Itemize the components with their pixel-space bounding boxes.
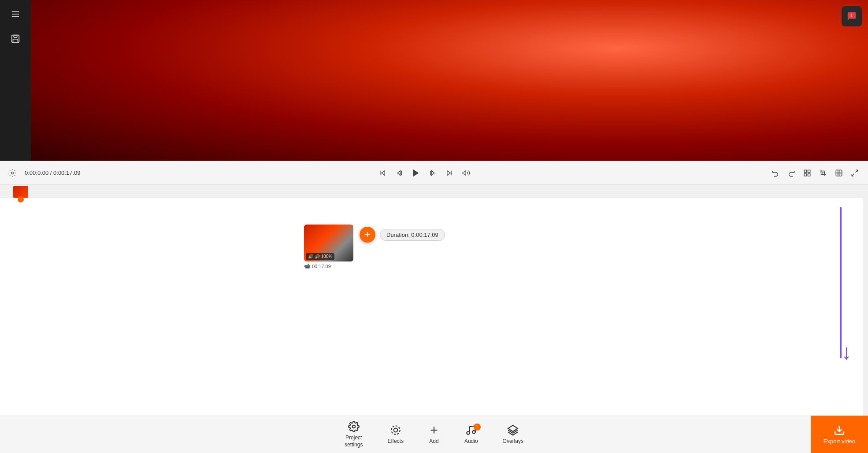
svg-point-29: [352, 425, 355, 428]
layers-icon: [507, 424, 519, 436]
effects-label: Effects: [387, 438, 403, 445]
svg-point-6: [11, 172, 14, 174]
table-button[interactable]: [832, 166, 846, 180]
feedback-button[interactable]: [842, 6, 862, 26]
drop-arrow: ↓: [841, 342, 852, 363]
clip-audio-badge: 🔊 🔊 100%: [306, 253, 334, 260]
add-label: Add: [429, 438, 438, 445]
video-camera-icon: 📹: [304, 263, 310, 269]
volume-button[interactable]: [459, 166, 473, 180]
svg-marker-7: [382, 170, 385, 175]
audio-icon: 🔊: [308, 254, 313, 259]
left-sidebar: [0, 0, 31, 161]
svg-rect-4: [14, 35, 17, 38]
gear-icon: [348, 421, 360, 432]
svg-rect-5: [13, 39, 18, 42]
svg-rect-21: [822, 172, 824, 174]
svg-rect-19: [804, 173, 806, 176]
svg-point-31: [391, 426, 400, 435]
project-settings-label: Projectsettings: [345, 435, 363, 448]
svg-point-34: [467, 431, 470, 435]
svg-marker-16: [463, 170, 466, 175]
svg-marker-14: [447, 170, 451, 175]
controls-bar: 0:00:0.00 / 0:00:17.09: [0, 161, 868, 185]
save-button[interactable]: [6, 29, 25, 48]
audio-badge: 1: [474, 424, 481, 431]
play-button[interactable]: [409, 166, 423, 180]
toolbar-item-audio[interactable]: 1 Audio: [452, 420, 490, 449]
clip-duration: 📹 00:17.09: [304, 263, 331, 269]
right-controls: [768, 166, 862, 180]
audio-label: Audio: [464, 438, 478, 445]
step-back-button[interactable]: [392, 166, 406, 180]
duration-tooltip: Duration: 0:00:17.09: [380, 229, 445, 241]
svg-line-28: [852, 173, 854, 176]
toolbar-item-overlays[interactable]: Overlays: [490, 420, 536, 449]
video-frame: [31, 0, 868, 161]
bottom-toolbar: Projectsettings Effects Add 1 Audio Over…: [0, 416, 868, 453]
add-icon: [428, 424, 440, 436]
toolbar-item-add[interactable]: Add: [416, 420, 452, 449]
clip-thumbnail: 🔊 🔊 100%: [304, 225, 353, 261]
step-forward-button[interactable]: [426, 166, 440, 180]
export-video-button[interactable]: Export video: [811, 416, 868, 453]
audio-level: 🔊 100%: [315, 254, 332, 259]
svg-point-35: [472, 431, 475, 434]
drop-indicator: [840, 207, 842, 358]
timeline-scrollbar[interactable]: [863, 185, 868, 416]
svg-marker-12: [432, 170, 434, 175]
svg-rect-22: [836, 170, 842, 176]
skip-start-button[interactable]: [375, 166, 389, 180]
svg-line-27: [856, 170, 858, 172]
svg-point-30: [393, 428, 397, 432]
playhead[interactable]: [14, 185, 27, 416]
svg-marker-11: [413, 169, 419, 177]
undo-button[interactable]: [768, 166, 783, 180]
svg-marker-9: [398, 170, 401, 175]
time-display: 0:00:0.00 / 0:00:17.09: [25, 169, 81, 176]
fullscreen-button[interactable]: [848, 166, 862, 180]
timeline-ruler: [0, 185, 868, 198]
svg-rect-18: [808, 170, 810, 172]
export-video-label: Export video: [823, 438, 855, 445]
playhead-marker: [18, 196, 24, 203]
menu-button[interactable]: [6, 4, 25, 24]
effects-icon: [390, 424, 401, 436]
timeline-area: 🔊 🔊 100% 📹 00:17.09 + Duration: 0:00:17.…: [0, 185, 868, 416]
download-icon: [834, 424, 845, 436]
toolbar-item-effects[interactable]: Effects: [375, 420, 415, 449]
add-clip-button[interactable]: +: [360, 227, 375, 243]
crop-button[interactable]: [816, 166, 830, 180]
video-preview: [31, 0, 868, 161]
svg-rect-17: [804, 170, 806, 172]
timeline-track: 🔊 🔊 100% 📹 00:17.09: [0, 220, 868, 273]
redo-button[interactable]: [784, 166, 798, 180]
overlays-label: Overlays: [503, 438, 523, 445]
video-clip[interactable]: 🔊 🔊 100% 📹 00:17.09: [304, 225, 353, 269]
settings-icon: [6, 167, 19, 179]
grid-button[interactable]: [800, 166, 814, 180]
svg-rect-20: [808, 173, 810, 176]
skip-end-button[interactable]: [442, 166, 456, 180]
toolbar-item-project-settings[interactable]: Projectsettings: [332, 416, 375, 453]
